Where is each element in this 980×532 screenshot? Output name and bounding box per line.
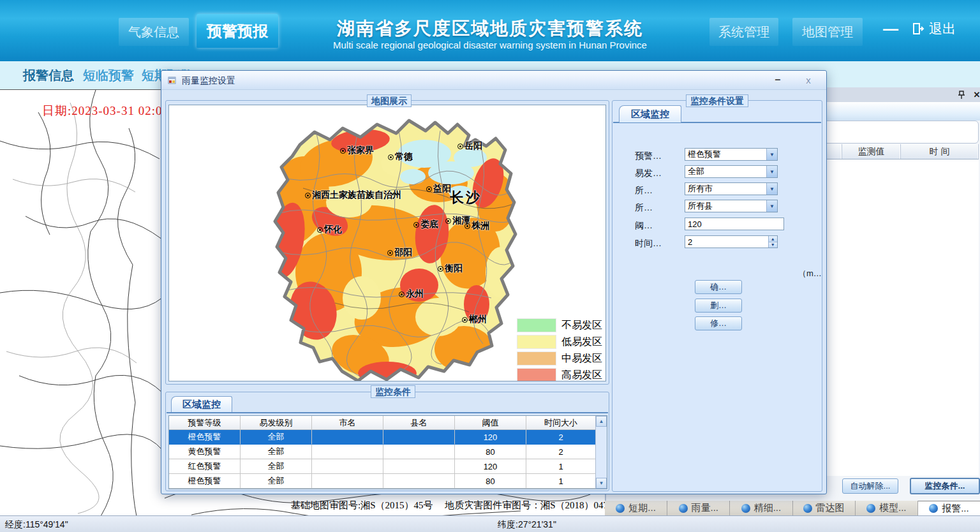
tab-label: 精细... bbox=[754, 502, 782, 514]
col-threshold[interactable]: 阈值 bbox=[455, 416, 526, 430]
tab-region-monitor[interactable]: 区域监控 bbox=[619, 105, 681, 122]
city-label: 岳阳 bbox=[457, 140, 482, 152]
status-bar: 经度:115°49'14" 纬度:27°21'31" bbox=[0, 515, 980, 532]
legend-swatch bbox=[517, 318, 556, 332]
app-subtitle: Multi scale regional geological disaster… bbox=[286, 40, 694, 50]
auto-release-button[interactable]: 自动解除... bbox=[842, 478, 898, 494]
monitor-condition-table: 预警等级 易发级别 市名 县名 阈值 时间大小 橙色预警 全部 120 2 bbox=[168, 415, 607, 489]
spin-down-icon[interactable]: ▼ bbox=[769, 242, 777, 248]
city-label: 常德 bbox=[388, 151, 413, 163]
globe-icon bbox=[866, 504, 875, 513]
threshold-unit-suffix: （m… bbox=[798, 268, 822, 279]
globe-icon bbox=[803, 504, 812, 513]
dialog-form-icon bbox=[167, 75, 177, 88]
nav-weather-info[interactable]: 气象信息 bbox=[119, 18, 189, 46]
table-row[interactable]: 黄色预警 全部 80 2 bbox=[169, 445, 595, 459]
city-label: 郴州 bbox=[462, 314, 487, 325]
legend-item: 不易发区 bbox=[517, 317, 602, 334]
spin-up-icon[interactable]: ▲ bbox=[769, 236, 777, 242]
globe-icon bbox=[616, 504, 625, 513]
tab-label: 雨量... bbox=[692, 502, 719, 514]
risk-legend: 不易发区 低易发区 中易发区 高易发区 bbox=[517, 317, 602, 381]
dialog-close-icon[interactable]: x bbox=[801, 73, 816, 86]
col-warning-level[interactable]: 预警等级 bbox=[169, 416, 241, 430]
col-city-name[interactable]: 市名 bbox=[312, 416, 383, 430]
col-county-name[interactable]: 县名 bbox=[383, 416, 455, 430]
col-time-size[interactable]: 时间大小 bbox=[526, 416, 595, 430]
monitor-condition-group: 区域监控 预警等级 易发级别 市名 县名 阈值 时间大小 橙色预警 全部 bbox=[165, 392, 609, 491]
map-display-group: 张家界 常德 岳阳 益阳 长沙 湘西土家族苗族自治州 怀化 娄底 湘潭 株洲 邵… bbox=[165, 100, 609, 385]
warning-level-select[interactable]: 橙色预警 ▼ bbox=[685, 148, 778, 161]
tab-label: 模型... bbox=[879, 502, 907, 514]
table-row[interactable]: 橙色预警 全部 80 1 bbox=[169, 474, 595, 489]
exit-button[interactable]: 退出 bbox=[911, 18, 956, 40]
city-label: 永州 bbox=[399, 288, 424, 300]
bottom-tabstrip: 短期... 雨量... 精细... 雷达图 模型... 报警... bbox=[605, 501, 980, 515]
tab-rainfall[interactable]: 雨量... bbox=[667, 501, 730, 515]
chevron-down-icon[interactable]: ▼ bbox=[766, 149, 777, 160]
monitor-condition-caption: 监控条件 bbox=[371, 385, 415, 398]
delete-button[interactable]: 删… bbox=[695, 299, 742, 313]
map-approval-note: 基础地图审图号:湘S（2015）45号 地质灾害图件审图号：湘S（2018）04… bbox=[291, 499, 605, 512]
city-select[interactable]: 所有市 ▼ bbox=[685, 182, 778, 195]
current-date-label: 日期:2023-03-31 02:02 bbox=[42, 103, 169, 119]
legend-swatch bbox=[517, 368, 556, 381]
logout-door-icon bbox=[911, 22, 925, 36]
threshold-input[interactable] bbox=[685, 218, 783, 230]
tab-region-monitor-bottom[interactable]: 区域监控 bbox=[171, 396, 232, 412]
monitor-condition-button[interactable]: 监控条件... bbox=[910, 478, 980, 494]
tab-fine[interactable]: 精细... bbox=[730, 501, 792, 515]
col-susceptibility-level[interactable]: 易发级别 bbox=[241, 416, 312, 430]
app-root: 气象信息 预警预报 湖南省多尺度区域地质灾害预警系统 Multi scale r… bbox=[0, 0, 980, 532]
time-size-spinner[interactable]: ▲ ▼ bbox=[685, 235, 778, 248]
tab-alarm[interactable]: 报警... bbox=[918, 501, 980, 515]
table-row[interactable]: 红色预警 全部 120 1 bbox=[169, 459, 595, 474]
nav-warning-forecast[interactable]: 预警预报 bbox=[197, 14, 278, 48]
tab-model[interactable]: 模型... bbox=[856, 501, 918, 515]
city-label: 益阳 bbox=[426, 183, 451, 195]
chevron-down-icon[interactable]: ▼ bbox=[766, 166, 777, 177]
pin-icon[interactable] bbox=[956, 89, 967, 100]
threshold-input-wrap bbox=[685, 218, 784, 230]
table-scrollbar[interactable]: ▲ ▼ bbox=[595, 416, 607, 489]
dialog-minimize-icon[interactable]: – bbox=[770, 73, 785, 86]
dialog-titlebar[interactable]: 雨量监控设置 – x bbox=[161, 71, 826, 90]
county-select[interactable]: 所有县 ▼ bbox=[685, 200, 778, 212]
map-display-caption: 地图展示 bbox=[367, 94, 412, 107]
hunan-risk-map: 张家界 常德 岳阳 益阳 长沙 湘西土家族苗族自治州 怀化 娄底 湘潭 株洲 邵… bbox=[168, 105, 606, 381]
subnav-alarm-info[interactable]: 报警信息 bbox=[23, 67, 74, 84]
tab-label: 雷达图 bbox=[816, 502, 845, 514]
tab-label: 报警... bbox=[942, 503, 969, 515]
longitude-readout: 经度:115°49'14" bbox=[5, 519, 68, 531]
confirm-button[interactable]: 确… bbox=[695, 280, 742, 294]
city-label: 娄底 bbox=[413, 219, 438, 230]
city-label: 衡阳 bbox=[438, 263, 463, 274]
globe-icon bbox=[929, 504, 938, 513]
chevron-down-icon[interactable]: ▼ bbox=[766, 200, 777, 212]
minimize-window-icon[interactable]: — bbox=[883, 19, 902, 38]
monitor-settings-caption: 监控条件设置 bbox=[686, 94, 748, 107]
county-label-field: 所… bbox=[635, 202, 653, 214]
tab-radar-map[interactable]: 雷达图 bbox=[793, 501, 856, 515]
nav-map-management[interactable]: 地图管理 bbox=[792, 18, 863, 46]
chevron-down-icon[interactable]: ▼ bbox=[766, 183, 777, 195]
dock-col-monitor-value[interactable]: 监测值 bbox=[842, 144, 901, 159]
city-label: 怀化 bbox=[317, 224, 342, 235]
table-row[interactable]: 橙色预警 全部 120 2 bbox=[169, 430, 595, 445]
globe-icon bbox=[741, 504, 750, 513]
time-size-input[interactable] bbox=[685, 236, 768, 248]
susceptibility-select[interactable]: 全部 ▼ bbox=[685, 165, 778, 178]
scroll-up-icon[interactable]: ▲ bbox=[596, 416, 607, 427]
dialog-title: 雨量监控设置 bbox=[182, 75, 235, 87]
subnav-nowcast-warning[interactable]: 短临预警 bbox=[83, 67, 134, 84]
tab-shortterm[interactable]: 短期... bbox=[605, 501, 667, 515]
nav-system-management[interactable]: 系统管理 bbox=[709, 18, 778, 46]
dock-close-icon[interactable]: ✕ bbox=[971, 89, 980, 100]
scroll-down-icon[interactable]: ▼ bbox=[596, 478, 607, 489]
modify-button[interactable]: 修… bbox=[695, 316, 742, 330]
app-title: 湖南省多尺度区域地质灾害预警系统 bbox=[286, 17, 694, 41]
city-label-changsha: 长沙 bbox=[450, 188, 482, 207]
dock-col-time[interactable]: 时 间 bbox=[901, 144, 979, 159]
city-label: 株洲 bbox=[464, 220, 489, 232]
rainfall-monitor-settings-dialog: 雨量监控设置 – x 地图展示 监控条件 监控条件设置 bbox=[161, 70, 827, 494]
